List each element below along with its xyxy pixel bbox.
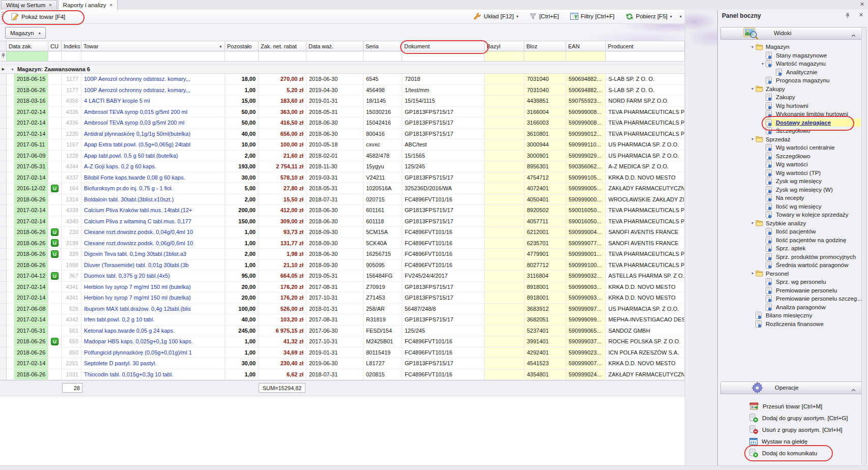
cell-data-zak[interactable]: 2018-06-26 [14, 85, 48, 96]
cell-towar[interactable]: Ambrosol TEVA syrop 0,015 g/5ml 200 ml [81, 107, 225, 118]
sidebar-item-premiowanie-personelu[interactable]: Premiowanie personelu [718, 286, 861, 295]
row-selector[interactable] [0, 347, 7, 359]
cell-indeks[interactable]: 2251 [62, 358, 81, 369]
cell-pozostalo[interactable]: 50,00 [225, 118, 259, 129]
cell-bloz[interactable]: 4354801 [524, 369, 566, 380]
cell-data-zak[interactable]: 2017-02-14 [14, 216, 48, 227]
cell-indeks[interactable]: 164 [62, 183, 81, 194]
cell-producent[interactable]: SANOFI AVENTIS FRANCE [606, 227, 685, 238]
cell-producent[interactable]: TEVA PHARMACEUTICALS POLSKA SP [606, 129, 685, 140]
cell-bloz[interactable]: 8956301 [524, 161, 566, 172]
table-row[interactable]: 2017-02-144336Ambrosol TEVA syrop 0,03 g… [0, 118, 685, 129]
filter-cell-cu[interactable] [48, 51, 62, 62]
cell-indeks[interactable]: 4356 [62, 96, 81, 107]
cell-data-waz[interactable]: 2019-04-30 [306, 85, 363, 96]
row-selector[interactable] [0, 314, 7, 326]
cell-cu[interactable] [48, 304, 62, 315]
cell-producent[interactable]: SANOFI AVENTIS FRANCE [606, 238, 685, 249]
cell-seria[interactable]: Z71453 [363, 292, 402, 304]
cell-cu[interactable]: U [48, 238, 62, 249]
cell-cu[interactable] [48, 292, 62, 304]
cell-seria[interactable]: 456498 [363, 85, 402, 96]
cell-data-waz[interactable]: 2018-06-30 [306, 129, 363, 140]
cell-pozostalo[interactable]: 1,00 [225, 227, 259, 238]
cell-bloz[interactable]: 3991401 [524, 336, 566, 347]
cell-indeks[interactable]: 1177 [62, 85, 81, 96]
cell-data-waz[interactable]: 2017-08-31 [306, 314, 363, 326]
cell-zak-net-rabat[interactable]: 183,60 zł [259, 96, 306, 107]
cell-towar[interactable]: Thiocodin tabl. 0,015g+0,3g 10 tabl. [81, 369, 225, 380]
chevron-up-icon[interactable] [851, 387, 856, 393]
cell-indeks[interactable]: 1314 [62, 194, 81, 205]
group-by-magazyn-button[interactable]: Magazyn ▴ [5, 27, 46, 39]
row-selector[interactable] [0, 161, 7, 172]
cell-seria[interactable]: 15042416 [363, 118, 402, 129]
cell-ean[interactable]: 590755923... [566, 96, 606, 107]
cell-data-waz[interactable]: 2018-06-30 [306, 74, 363, 85]
cell-pozostalo[interactable]: 100,00 [225, 304, 259, 315]
cell-cu[interactable] [48, 129, 62, 140]
expand-arrow-icon[interactable]: ▾ [749, 221, 755, 225]
column-header-cu[interactable]: CU [48, 41, 62, 51]
cell-seria[interactable]: 5CM15A [363, 227, 402, 238]
sidebar-item-warto-magazynu[interactable]: ▾Wartość magazynu [718, 60, 861, 68]
cell-producent[interactable]: TEVA PHARMACEUTICALS POLSKA SP [606, 260, 685, 271]
sidebar-item-wg-hurtowni[interactable]: Wg hurtowni [718, 102, 861, 110]
table-row[interactable]: 2018-06-151177100P Aerozol ochronny odst… [0, 74, 685, 85]
cell-pozostalo[interactable]: 200,00 [225, 205, 259, 216]
cell-producent[interactable]: US PHARMACIA SP. Z O.O. [606, 151, 685, 162]
cell-towar[interactable]: Ibuprom MAX tabl.drażow. 0,4g 12tabl.(bl… [81, 304, 225, 315]
cell-indeks[interactable]: 4339 [62, 205, 81, 216]
cell-pozostalo[interactable]: 20,00 [225, 282, 259, 293]
expand-arrow-icon[interactable]: ▾ [749, 86, 755, 91]
cell-cu[interactable]: U [48, 271, 62, 282]
cell-data-zak[interactable]: 2017-02-14 [14, 292, 48, 304]
cell-data-zak[interactable]: 2018-06-26 [14, 249, 48, 260]
cell-producent[interactable]: US PHARMACIA SP. Z O.O. [606, 139, 685, 151]
filter-cell-indeks[interactable] [62, 51, 81, 62]
column-header-indeks[interactable]: Indeks [62, 41, 81, 51]
row-selector[interactable] [0, 336, 7, 347]
cell-towar[interactable]: Boldaloin tabl. 30tabl.(3blist.x10szt.) [81, 194, 225, 205]
cell-ean[interactable]: 590999001... [566, 249, 606, 260]
cell-zak-net-rabat[interactable]: 41,32 zł [259, 336, 306, 347]
cell-towar[interactable]: Polfungicid płynnaskórę (0,05g+0,01g)/ml… [81, 347, 225, 359]
cell-data-waz[interactable]: 2019-06-30 [306, 358, 363, 369]
cell-ean[interactable]: 590999093... [566, 282, 606, 293]
filter-cell-seria[interactable] [363, 51, 402, 62]
sidebar-item-wg-warto-ci-centralnie[interactable]: Wg wartości centralnie [718, 143, 861, 152]
row-selector[interactable] [0, 369, 7, 380]
cell-seria[interactable]: 5CK40A [363, 238, 402, 249]
sidebar-item-szczeg-owo[interactable]: Szczegółowo [718, 127, 861, 135]
row-selector[interactable] [0, 85, 7, 96]
row-selector[interactable] [0, 358, 7, 369]
cell-data-zak[interactable]: 2017-06-09 [14, 151, 48, 162]
cell-zak-net-rabat[interactable]: 27,80 zł [259, 183, 306, 194]
cell-data-zak[interactable]: 2018-06-26 [14, 260, 48, 271]
cell-data-zak[interactable]: 2017-06-08 [14, 304, 48, 315]
cell-seria[interactable]: 1020516A [363, 183, 402, 194]
cell-ean[interactable]: 590999012... [566, 129, 606, 140]
row-selector[interactable] [0, 118, 7, 129]
row-selector[interactable] [0, 260, 7, 271]
cell-towar[interactable]: Clexane rozt.dowstrz.podsk. 0,04g/0,4ml … [81, 227, 225, 238]
cell-zak-net-rabat[interactable]: 131,77 zł [259, 238, 306, 249]
tab-witaj-w-sertum[interactable]: Witaj w Sertum × [1, 0, 57, 10]
cell-producent[interactable]: S-LAB SP. Z O. O. [606, 74, 685, 85]
row-selector[interactable] [0, 216, 7, 227]
sidebar-item-wg-warto-ci[interactable]: Wg wartości [718, 160, 861, 169]
cell-dokument[interactable]: GP1813FPS715/17 [402, 216, 485, 227]
cell-cu[interactable] [48, 172, 62, 184]
cell-bloz[interactable]: 4779901 [524, 249, 566, 260]
cell-indeks[interactable]: 850 [62, 347, 81, 359]
cell-zak-net-rabat[interactable]: 103,20 zł [259, 314, 306, 326]
cell-producent[interactable]: TEVA PHARMACEUTICALS POLSKA SP [606, 107, 685, 118]
cell-bloz[interactable]: 4057711 [524, 216, 566, 227]
cell-pozostalo[interactable]: 1,00 [225, 336, 259, 347]
sidebar-item-rozliczenia-finansowe[interactable]: Rozliczenia finansowe [718, 320, 861, 329]
cell-towar[interactable]: Digoxin Teva tabl. 0,1mg 30tabl.(1blist.… [81, 249, 225, 260]
filter-cell-zak-net-rabat[interactable] [259, 51, 306, 62]
cell-cu[interactable] [48, 151, 62, 162]
cell-pozostalo[interactable]: 1,00 [225, 85, 259, 96]
cell-data-waz[interactable]: 2018-06-30 [306, 205, 363, 216]
